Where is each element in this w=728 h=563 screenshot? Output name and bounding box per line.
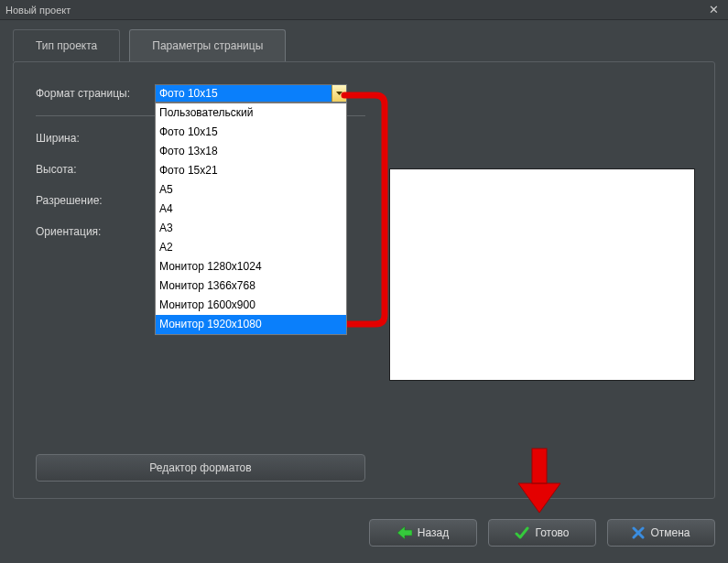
dropdown-option[interactable]: A5 — [156, 180, 346, 200]
titlebar: Новый проект ✕ — [0, 0, 728, 20]
format-editor-button[interactable]: Редактор форматов — [36, 454, 365, 482]
dropdown-option[interactable]: Монитор 1920x1080 — [156, 315, 346, 334]
svg-marker-0 — [336, 92, 342, 95]
label-height: Высота: — [36, 163, 155, 176]
close-icon — [632, 526, 645, 539]
arrow-left-icon — [397, 526, 412, 539]
page-format-combo[interactable]: Фото 10x15 — [155, 84, 347, 103]
dropdown-option[interactable]: Монитор 1600x900 — [156, 296, 346, 315]
label-width: Ширина: — [36, 132, 155, 145]
page-preview — [389, 168, 695, 381]
svg-marker-5 — [397, 526, 412, 539]
dropdown-option[interactable]: A3 — [156, 219, 346, 238]
label-resolution: Разрешение: — [36, 194, 155, 207]
back-button[interactable]: Назад — [369, 519, 477, 547]
page-format-dropdown[interactable]: ПользовательскийФото 10x15Фото 13x18Фото… — [155, 103, 347, 335]
back-button-label: Назад — [418, 526, 449, 539]
cancel-button-label: Отмена — [650, 526, 690, 539]
tab-project-type[interactable]: Тип проекта — [13, 29, 120, 61]
label-orientation: Ориентация: — [36, 225, 155, 238]
dropdown-option[interactable]: A4 — [156, 200, 346, 219]
combo-selected-text: Фото 10x15 — [159, 87, 218, 100]
dropdown-option[interactable]: Пользовательский — [156, 103, 346, 123]
content-frame: Формат страницы: Фото 10x15 Пользователь… — [13, 61, 715, 499]
dropdown-option[interactable]: Монитор 1280x1024 — [156, 257, 346, 276]
check-icon — [515, 526, 529, 539]
footer-buttons: Назад Готово Отмена — [369, 519, 715, 547]
dropdown-option[interactable]: Фото 13x18 — [156, 142, 346, 161]
dropdown-option[interactable]: Фото 15x21 — [156, 161, 346, 180]
dropdown-option[interactable]: A2 — [156, 238, 346, 257]
cancel-button[interactable]: Отмена — [607, 519, 715, 547]
done-button-label: Готово — [535, 526, 569, 539]
close-icon[interactable]: ✕ — [705, 3, 723, 16]
dropdown-option[interactable]: Фото 10x15 — [156, 123, 346, 142]
tab-bar: Тип проекта Параметры страницы — [0, 20, 728, 61]
chevron-down-icon[interactable] — [331, 85, 346, 102]
window-title: Новый проект — [5, 5, 71, 16]
done-button[interactable]: Готово — [488, 519, 596, 547]
dropdown-option[interactable]: Монитор 1366x768 — [156, 276, 346, 296]
label-page-format: Формат страницы: — [36, 87, 155, 100]
tab-page-params[interactable]: Параметры страницы — [129, 29, 286, 61]
